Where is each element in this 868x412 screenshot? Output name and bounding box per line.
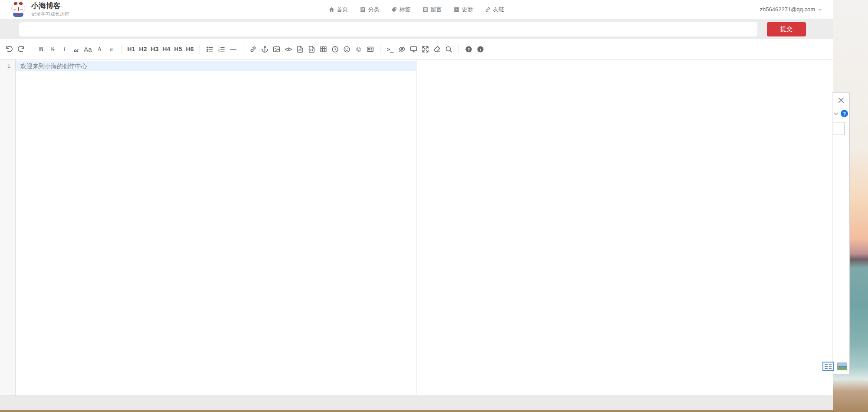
markdown-preview-pane (416, 59, 833, 396)
strikethrough-button[interactable]: S (47, 43, 59, 56)
toolbar-separator (200, 44, 200, 54)
nav-item-messages[interactable]: 留言 (423, 6, 442, 13)
panel-controls: ? (832, 110, 849, 117)
undo-icon[interactable] (3, 43, 15, 56)
user-account-dropdown[interactable]: zh56462271@qq.com (760, 6, 822, 13)
clear-icon[interactable] (431, 43, 443, 56)
list-ul-icon[interactable] (204, 43, 216, 56)
avatar-face (11, 2, 25, 14)
pagebreak-icon[interactable] (364, 43, 376, 56)
h6-button[interactable]: H6 (184, 43, 196, 56)
list-tool-icon[interactable] (822, 362, 834, 371)
toolbar-separator (380, 44, 380, 54)
chevron-down-icon[interactable] (833, 111, 839, 116)
anchor-icon[interactable] (259, 43, 271, 56)
user-email: zh56462271@qq.com (760, 6, 815, 13)
h4-button[interactable]: H4 (160, 43, 172, 56)
home-icon (329, 7, 335, 13)
redo-icon[interactable] (15, 43, 27, 56)
svg-text:i: i (480, 47, 481, 51)
editor-area: 1 欢迎来到小海的创作中心 (0, 59, 833, 396)
code-lines[interactable]: 欢迎来到小海的创作中心 (16, 59, 416, 396)
extension-side-panel: ? (832, 92, 850, 374)
brand: 小海博客 记录学习成长历程 (11, 2, 69, 17)
nav-item-friend-links[interactable]: 友链 (485, 6, 504, 13)
h2-button[interactable]: H2 (137, 43, 149, 56)
quote-button[interactable]: “ (70, 43, 82, 56)
nav-label: 标签 (400, 6, 411, 13)
lowercase-button[interactable]: a (105, 43, 117, 56)
post-title-input[interactable] (19, 22, 757, 36)
page-content: 小海博客 记录学习成长历程 首页 分类 标签 留言 (0, 0, 833, 410)
help-icon[interactable]: ? (463, 43, 475, 56)
preview-icon[interactable] (408, 43, 419, 56)
image-icon[interactable] (271, 43, 282, 56)
search-icon[interactable] (443, 43, 455, 56)
toolbar-separator (243, 44, 243, 54)
bold-button[interactable]: B (35, 43, 47, 56)
panel-help-icon[interactable]: ? (841, 110, 848, 117)
goto-line-button[interactable]: >_ (384, 43, 396, 56)
page-footer (0, 396, 833, 410)
site-title: 小海博客 (31, 2, 69, 10)
post-title-bar: 提交 (0, 19, 833, 39)
main-nav: 首页 分类 标签 留言 更新 友链 (329, 6, 504, 13)
toolbar-separator (31, 44, 31, 54)
line-number: 1 (0, 61, 15, 71)
uppercase-button[interactable]: A (94, 43, 105, 56)
brand-text: 小海博客 记录学习成长历程 (31, 2, 69, 17)
active-code-line[interactable]: 欢迎来到小海的创作中心 (16, 61, 416, 71)
tag-icon (391, 7, 397, 13)
avatar-body (13, 13, 23, 17)
link-icon[interactable] (247, 43, 259, 56)
svg-text:?: ? (468, 47, 470, 51)
list-ol-icon[interactable]: 123 (216, 43, 227, 56)
nav-item-tags[interactable]: 标签 (391, 6, 411, 13)
table-icon[interactable] (318, 43, 329, 56)
watch-toggle-icon[interactable] (396, 43, 408, 56)
close-icon[interactable] (838, 97, 845, 104)
friend-link-icon (485, 7, 491, 13)
markdown-code-pane[interactable]: 1 欢迎来到小海的创作中心 (0, 59, 416, 396)
svg-text:3: 3 (218, 50, 219, 53)
nav-label: 友链 (493, 6, 504, 13)
message-icon (423, 7, 429, 13)
hr-button[interactable]: — (227, 43, 239, 56)
nav-label: 留言 (431, 6, 442, 13)
chevron-down-icon (818, 7, 822, 12)
nav-item-categories[interactable]: 分类 (360, 6, 380, 13)
image-tool-icon[interactable] (837, 363, 847, 370)
nav-label: 分类 (368, 6, 380, 13)
h3-button[interactable]: H3 (149, 43, 160, 56)
code-block-icon[interactable] (306, 43, 318, 56)
ucwords-button[interactable]: Aa (82, 43, 94, 56)
h5-button[interactable]: H5 (172, 43, 184, 56)
panel-input[interactable] (833, 122, 845, 135)
toolbar-separator (459, 44, 459, 54)
h1-button[interactable]: H1 (125, 43, 137, 56)
datetime-icon[interactable] (329, 43, 341, 56)
italic-button[interactable]: I (59, 43, 70, 56)
site-subtitle: 记录学习成长历程 (31, 11, 69, 17)
category-icon (360, 7, 366, 13)
submit-button[interactable]: 提交 (767, 22, 806, 36)
html-entities-button[interactable]: © (353, 43, 364, 56)
nav-item-home[interactable]: 首页 (329, 6, 348, 13)
line-number-gutter: 1 (0, 59, 16, 396)
nav-item-updates[interactable]: 更新 (454, 6, 473, 13)
toolbar-separator (121, 44, 121, 54)
editor-toolbar: B S I “ Aa A a H1 H2 H3 H4 H5 H6 123 — <… (0, 39, 833, 59)
nav-label: 更新 (462, 6, 473, 13)
nav-label: 首页 (337, 6, 348, 13)
site-logo-avatar[interactable] (11, 2, 26, 17)
update-icon (454, 7, 460, 13)
inline-code-button[interactable]: </> (282, 43, 294, 56)
info-icon[interactable]: i (475, 43, 486, 56)
header: 小海博客 记录学习成长历程 首页 分类 标签 留言 (0, 0, 833, 19)
preformatted-text-icon[interactable] (294, 43, 306, 56)
emoji-icon[interactable] (341, 43, 353, 56)
fullscreen-icon[interactable] (419, 43, 431, 56)
